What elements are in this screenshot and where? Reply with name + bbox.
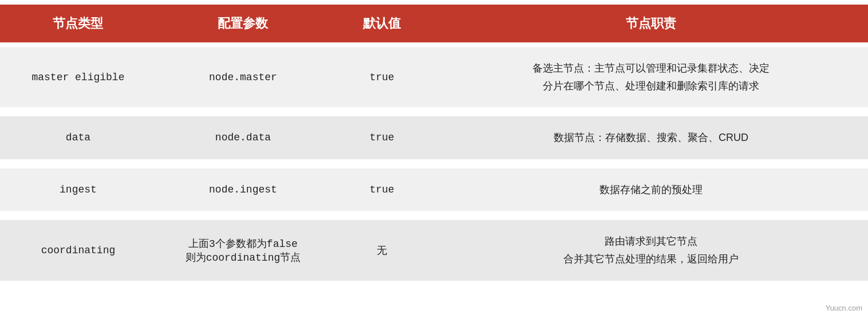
cell-param: 上面3个参数都为false则为coordinating节点 bbox=[156, 220, 330, 285]
cell-default: true bbox=[330, 47, 434, 112]
header-param: 配置参数 bbox=[156, 5, 330, 42]
table-header-row: 节点类型 配置参数 默认值 节点职责 bbox=[0, 5, 868, 42]
table-row: ingestnode.ingesttrue数据存储之前的预处理 bbox=[0, 168, 868, 216]
cell-description: 备选主节点：主节点可以管理和记录集群状态、决定分片在哪个节点、处理创建和删除索引… bbox=[434, 47, 868, 112]
cell-default: 无 bbox=[330, 220, 434, 285]
header-default: 默认值 bbox=[330, 5, 434, 42]
cell-param: node.ingest bbox=[156, 168, 330, 216]
cell-type: master eligible bbox=[0, 47, 156, 112]
watermark-text: Yuucn.com bbox=[826, 304, 862, 312]
header-description: 节点职责 bbox=[434, 5, 868, 42]
cell-description: 数据存储之前的预处理 bbox=[434, 168, 868, 216]
cell-default: true bbox=[330, 116, 434, 164]
table-row: datanode.datatrue数据节点：存储数据、搜索、聚合、CRUD bbox=[0, 116, 868, 164]
cell-type: ingest bbox=[0, 168, 156, 216]
table-row: master eligiblenode.mastertrue备选主节点：主节点可… bbox=[0, 47, 868, 112]
cell-description: 路由请求到其它节点合并其它节点处理的结果，返回给用户 bbox=[434, 220, 868, 285]
node-table: 节点类型 配置参数 默认值 节点职责 master eligiblenode.m… bbox=[0, 0, 868, 290]
header-type: 节点类型 bbox=[0, 5, 156, 42]
cell-type: coordinating bbox=[0, 220, 156, 285]
main-table-container: 节点类型 配置参数 默认值 节点职责 master eligiblenode.m… bbox=[0, 0, 868, 290]
cell-default: true bbox=[330, 168, 434, 216]
table-row: coordinating上面3个参数都为false则为coordinating节… bbox=[0, 220, 868, 285]
cell-param: node.master bbox=[156, 47, 330, 112]
cell-type: data bbox=[0, 116, 156, 164]
cell-description: 数据节点：存储数据、搜索、聚合、CRUD bbox=[434, 116, 868, 164]
cell-param: node.data bbox=[156, 116, 330, 164]
